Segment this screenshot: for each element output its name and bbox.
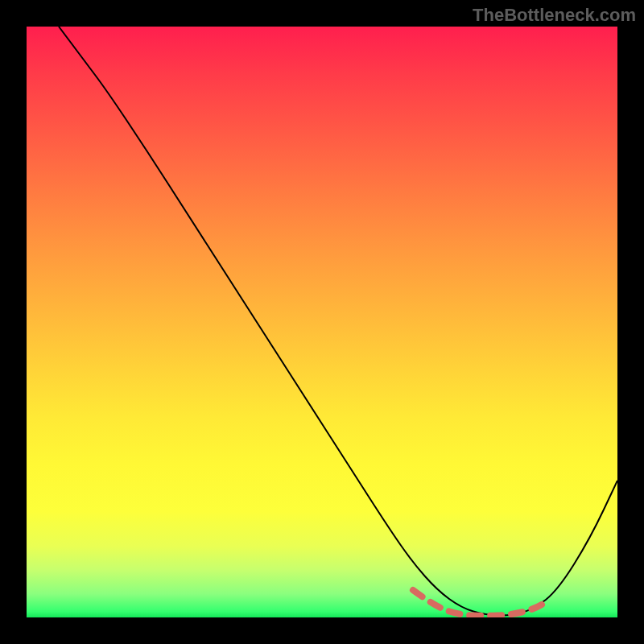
chart-svg xyxy=(27,27,617,617)
chart-container: TheBottleneck.com xyxy=(0,0,644,644)
main-curve xyxy=(59,27,617,616)
watermark-text: TheBottleneck.com xyxy=(473,5,636,26)
plot-area xyxy=(27,27,617,617)
highlight-dash xyxy=(413,590,550,616)
